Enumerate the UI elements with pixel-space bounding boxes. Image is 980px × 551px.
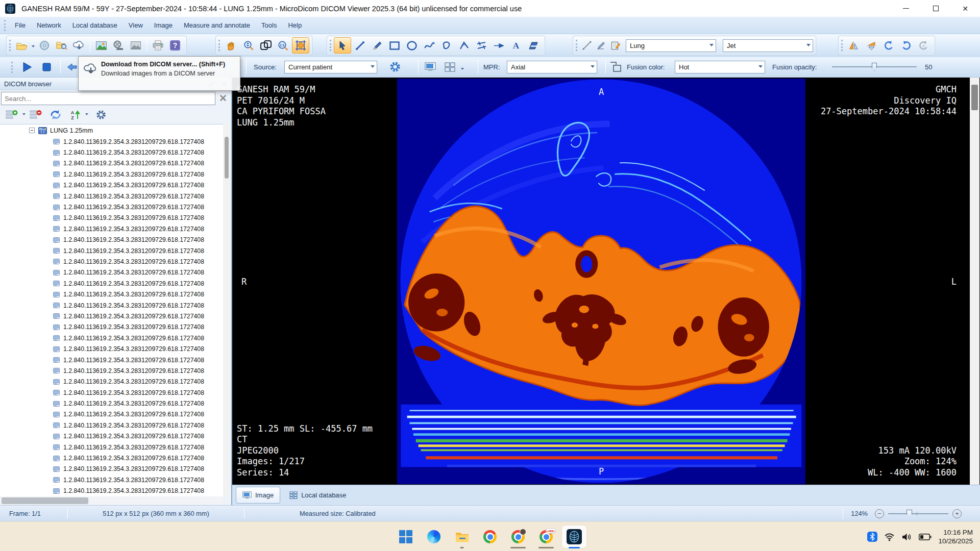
- series-instance-row[interactable]: 1.2.840.113619.2.354.3.2831209729.618.17…: [0, 158, 223, 169]
- series-instance-row[interactable]: 1.2.840.113619.2.354.3.2831209729.618.17…: [0, 202, 223, 212]
- dicom-download-button[interactable]: [70, 37, 88, 54]
- tab-image[interactable]: Image: [236, 487, 280, 504]
- series-instance-row[interactable]: 1.2.840.113619.2.354.3.2831209729.618.17…: [0, 191, 223, 202]
- zoom-tool-button[interactable]: [240, 37, 257, 54]
- series-instance-row[interactable]: 1.2.840.113619.2.354.3.2831209729.618.17…: [0, 180, 223, 191]
- series-instance-row[interactable]: 1.2.840.113619.2.354.3.2831209729.618.17…: [0, 267, 223, 278]
- source-dropdown[interactable]: Current patient: [284, 61, 377, 73]
- battery-icon[interactable]: [919, 533, 932, 541]
- expand-tree-button[interactable]: [5, 109, 19, 121]
- menu-local-database[interactable]: Local database: [67, 19, 123, 31]
- window-preset-dropdown[interactable]: Lung: [626, 39, 716, 52]
- open-file-caret[interactable]: [32, 45, 35, 49]
- volume-icon[interactable]: [901, 533, 912, 541]
- series-instance-row[interactable]: 1.2.840.113619.2.354.3.2831209729.618.17…: [0, 256, 223, 267]
- grid-view-button[interactable]: [441, 59, 458, 75]
- scan-folder-button[interactable]: [53, 37, 70, 54]
- fusion-opacity-slider[interactable]: [832, 62, 917, 72]
- flip-horizontal-button[interactable]: [845, 37, 863, 54]
- expand-tree-caret[interactable]: [22, 113, 26, 117]
- angle-tool-button[interactable]: [455, 37, 473, 54]
- series-instance-row[interactable]: 1.2.840.113619.2.354.3.2831209729.618.17…: [0, 213, 223, 223]
- tree-horizontal-scrollbar[interactable]: [0, 496, 223, 505]
- menu-network[interactable]: Network: [31, 19, 67, 31]
- eraser-tool-button[interactable]: [525, 37, 542, 54]
- line-measure-button[interactable]: [351, 37, 369, 54]
- polyline-tool-button[interactable]: [421, 37, 438, 54]
- series-node-row[interactable]: LUNG 1.25mm: [0, 124, 223, 136]
- series-instance-row[interactable]: 1.2.840.113619.2.354.3.2831209729.618.17…: [0, 333, 223, 343]
- colormap-dropdown[interactable]: Jet: [723, 39, 813, 52]
- window-level-line-button[interactable]: [580, 37, 594, 54]
- magnifier-window-button[interactable]: [257, 37, 275, 54]
- explorer-taskbar-button[interactable]: [448, 523, 476, 550]
- single-view-button[interactable]: [422, 59, 439, 75]
- arrow-tool-button[interactable]: [490, 37, 507, 54]
- series-instance-row[interactable]: 1.2.840.113619.2.354.3.2831209729.618.17…: [0, 398, 223, 409]
- mpr-dropdown[interactable]: Axial: [507, 61, 597, 73]
- search-input[interactable]: [1, 92, 215, 105]
- reset-transform-button[interactable]: 5: [915, 37, 932, 54]
- browser-settings-button[interactable]: [94, 108, 108, 121]
- maximize-button[interactable]: [921, 0, 950, 17]
- fusion-color-dropdown[interactable]: Hot: [675, 61, 765, 73]
- series-instance-row[interactable]: 1.2.840.113619.2.354.3.2831209729.618.17…: [0, 322, 223, 333]
- menu-help[interactable]: Help: [282, 19, 307, 31]
- series-instance-row[interactable]: 1.2.840.113619.2.354.3.2831209729.618.17…: [0, 355, 223, 365]
- microdicom-taskbar-button[interactable]: [560, 523, 588, 550]
- series-instance-row[interactable]: 1.2.840.113619.2.354.3.2831209729.618.17…: [0, 377, 223, 387]
- open-file-button[interactable]: [13, 37, 31, 54]
- menu-tools[interactable]: Tools: [256, 19, 282, 31]
- bluetooth-icon[interactable]: [867, 532, 877, 542]
- text-tool-button[interactable]: A: [507, 37, 525, 54]
- wifi-icon[interactable]: [884, 533, 895, 541]
- close-button[interactable]: ✕: [950, 0, 980, 17]
- minimize-button[interactable]: [891, 0, 921, 17]
- series-instance-row[interactable]: 1.2.840.113619.2.354.3.2831209729.618.17…: [0, 300, 223, 311]
- rotate-right-button[interactable]: [897, 37, 915, 54]
- series-instance-row[interactable]: 1.2.840.113619.2.354.3.2831209729.618.17…: [0, 343, 223, 354]
- series-instance-row[interactable]: 1.2.840.113619.2.354.3.2831209729.618.17…: [0, 474, 223, 485]
- series-instance-row[interactable]: 1.2.840.113619.2.354.3.2831209729.618.17…: [0, 431, 223, 442]
- tree-vertical-scrollbar[interactable]: [224, 124, 230, 496]
- series-instance-row[interactable]: 1.2.840.113619.2.354.3.2831209729.618.17…: [0, 278, 223, 289]
- series-instance-row[interactable]: 1.2.840.113619.2.354.3.2831209729.618.17…: [0, 311, 223, 321]
- fit-to-window-button[interactable]: [292, 37, 309, 54]
- cursor-tool-button[interactable]: [334, 37, 351, 54]
- series-instance-row[interactable]: 1.2.840.113619.2.354.3.2831209729.618.17…: [0, 289, 223, 299]
- zoom-slider[interactable]: [888, 509, 948, 518]
- clear-search-icon[interactable]: ✕: [219, 92, 227, 105]
- series-instance-row[interactable]: 1.2.840.113619.2.354.3.2831209729.618.17…: [0, 420, 223, 431]
- stop-button[interactable]: [38, 59, 55, 75]
- series-instance-row[interactable]: 1.2.840.113619.2.354.3.2831209729.618.17…: [0, 453, 223, 463]
- menu-file[interactable]: File: [9, 19, 31, 31]
- sort-button[interactable]: AZ: [69, 109, 82, 121]
- series-instance-row[interactable]: 1.2.840.113619.2.354.3.2831209729.618.17…: [0, 147, 223, 158]
- chrome-profile2-taskbar-button[interactable]: [504, 523, 532, 550]
- export-video-button[interactable]: [110, 37, 127, 54]
- rectangle-tool-button[interactable]: [386, 37, 403, 54]
- zoom-out-button[interactable]: −: [875, 509, 884, 518]
- start-button[interactable]: [392, 523, 420, 550]
- freehand-tool-button[interactable]: [438, 37, 455, 54]
- menu-view[interactable]: View: [123, 19, 149, 31]
- grid-view-caret[interactable]: [461, 68, 464, 71]
- rotate-left-button[interactable]: [880, 37, 897, 54]
- series-instance-row[interactable]: 1.2.840.113619.2.354.3.2831209729.618.17…: [0, 387, 223, 398]
- refresh-button[interactable]: [48, 109, 63, 121]
- cobb-angle-tool-button[interactable]: [473, 37, 490, 54]
- edge-taskbar-button[interactable]: [420, 523, 448, 550]
- print-button[interactable]: [149, 37, 166, 54]
- flip-vertical-button[interactable]: [863, 37, 880, 54]
- zoom-in-button[interactable]: +: [952, 509, 962, 518]
- series-instance-row[interactable]: 1.2.840.113619.2.354.3.2831209729.618.17…: [0, 409, 223, 420]
- menu-measure-and-annotate[interactable]: Measure and annotate: [178, 19, 256, 31]
- series-instance-row[interactable]: 1.2.840.113619.2.354.3.2831209729.618.17…: [0, 235, 223, 245]
- collapse-tree-button[interactable]: [29, 109, 43, 121]
- play-button[interactable]: [18, 59, 36, 75]
- help-button[interactable]: ?: [166, 37, 184, 54]
- tab-local-database[interactable]: Local database: [283, 487, 352, 504]
- pan-tool-button[interactable]: [223, 37, 240, 54]
- series-instance-row[interactable]: 1.2.840.113619.2.354.3.2831209729.618.17…: [0, 169, 223, 180]
- window-level-pencil-button[interactable]: [594, 37, 608, 54]
